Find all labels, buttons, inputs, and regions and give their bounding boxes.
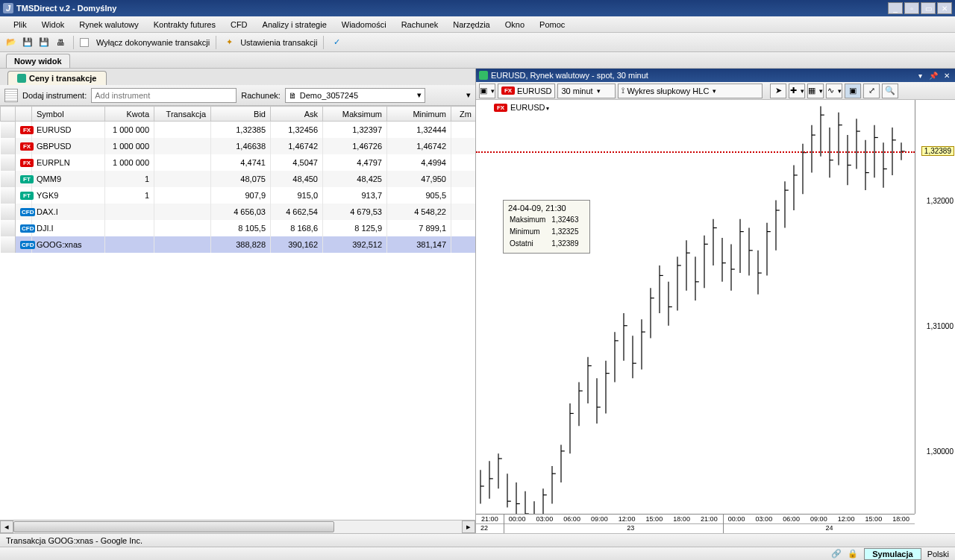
menu-wiadomości[interactable]: Wiadomości <box>334 19 394 31</box>
cfd-badge-icon: CFD <box>20 241 35 249</box>
print-icon[interactable]: 🖶 <box>54 36 67 49</box>
x-tick-label: 03:00 <box>536 515 554 523</box>
saveas-icon[interactable]: 💾 <box>37 36 51 49</box>
x-tick-label: 00:00 <box>509 515 526 523</box>
table-row[interactable]: FXGBPUSD1 000 0001,466381,467421,467261,… <box>1 138 476 154</box>
expand-icon[interactable]: ⤢ <box>863 84 880 98</box>
lock-icon[interactable]: 🔒 <box>848 549 858 559</box>
column-header[interactable]: Symbol <box>32 107 105 122</box>
separator <box>216 36 216 49</box>
menu-rachunek[interactable]: Rachunek <box>394 19 446 31</box>
account-select[interactable]: 🗎 Demo_3057245 ▾ <box>285 88 425 103</box>
x-axis: 21:0000:0003:0006:0009:0012:0015:0018:00… <box>476 514 915 533</box>
column-header[interactable] <box>1 107 16 122</box>
x-tick-label: 09:00 <box>591 515 608 523</box>
column-header[interactable]: Kwota <box>105 107 154 122</box>
chart-nav-button[interactable]: ▣ <box>479 84 495 98</box>
window-title: TMSDirect v.2 - Domyślny <box>16 4 888 13</box>
disable-trading-checkbox[interactable] <box>80 38 89 47</box>
menu-kontrakty-futures[interactable]: Kontrakty futures <box>146 19 223 31</box>
table-row[interactable]: CFDDAX.I4 656,034 662,544 679,534 548,22 <box>1 204 476 220</box>
column-header[interactable]: Bid <box>211 107 271 122</box>
chart-close-icon[interactable]: ✕ <box>942 71 952 80</box>
fx-badge-icon: FX <box>20 142 34 151</box>
check-icon[interactable]: ✓ <box>330 36 343 49</box>
chart-pin-icon[interactable]: 📌 <box>928 71 939 80</box>
maximize-button[interactable]: ▭ <box>921 2 936 14</box>
legend-symbol[interactable]: EURUSD <box>510 103 549 112</box>
menu-pomoc[interactable]: Pomoc <box>532 19 572 31</box>
table-row[interactable]: CFDDJI.I8 105,58 168,68 125,97 899,1 <box>1 220 476 236</box>
crosshair-icon[interactable]: ✚ <box>789 84 805 98</box>
account-value: Demo_3057245 <box>300 91 417 100</box>
menu-analizy-i-strategie[interactable]: Analizy i strategie <box>255 19 334 31</box>
status-text: Transakcja GOOG:xnas - Google Inc. <box>6 536 143 545</box>
menu-narzędzia[interactable]: Narzędzia <box>445 19 498 31</box>
column-header[interactable]: Minimum <box>387 107 451 122</box>
symbol-select[interactable]: FXEURUSD <box>498 84 555 98</box>
panel-menu-icon[interactable]: ▾ <box>466 90 471 100</box>
boxed-view-icon[interactable]: ▣ <box>845 84 861 98</box>
menu-okno[interactable]: Okno <box>498 19 532 31</box>
tab-nowy-widok[interactable]: Nowy widok <box>6 54 70 68</box>
table-row[interactable]: FXEURUSD1 000 0001,323851,324561,323971,… <box>1 122 476 138</box>
x-tick-label: 06:00 <box>563 515 580 523</box>
panel-tab-ceny[interactable]: Ceny i transakcje <box>7 71 107 85</box>
table-row[interactable]: CFDGOOG:xnas388,828390,162392,512381,147 <box>1 236 476 253</box>
link-icon[interactable]: 🔗 <box>831 549 842 559</box>
column-header[interactable]: Transakcja <box>154 107 211 122</box>
menu-rynek-walutowy[interactable]: Rynek walutowy <box>72 19 145 31</box>
account-label: Rachunek: <box>241 91 281 100</box>
grid-icon[interactable]: ▦ <box>807 84 824 98</box>
column-header[interactable] <box>16 107 32 122</box>
indicator-icon[interactable]: ∿ <box>826 84 842 98</box>
x-tick-label: 15:00 <box>865 515 883 523</box>
x-day-label: 22 <box>480 524 488 532</box>
close-button[interactable]: ✕ <box>937 2 952 14</box>
x-tick-label: 18:00 <box>673 515 690 523</box>
column-header[interactable]: Zm <box>451 107 476 122</box>
column-header[interactable]: Maksimum <box>323 107 387 122</box>
current-price-line <box>476 151 915 153</box>
status-bar-panel: Transakcja GOOG:xnas - Google Inc. <box>0 533 955 547</box>
instruments-table: SymbolKwotaTransakcjaBidAskMaksimumMinim… <box>0 106 475 520</box>
table-row[interactable]: FTQMM9148,07548,45048,42547,950 <box>1 171 476 187</box>
settings-label[interactable]: Ustawienia transakcji <box>240 38 317 47</box>
simulation-badge[interactable]: Symulacja <box>864 548 921 560</box>
minimize-button[interactable]: _ <box>888 2 903 14</box>
current-price-tag: 1,32389 <box>921 146 954 156</box>
fx-badge-icon: FX <box>20 126 34 134</box>
chart-type-select[interactable]: ⟟Wykres słupkowy HLC <box>618 84 763 98</box>
app-icon: J <box>3 3 13 13</box>
chart-menu-icon[interactable]: ▾ <box>915 71 925 80</box>
menu-cfd[interactable]: CFD <box>223 19 255 31</box>
scroll-left-arrow[interactable]: ◂ <box>0 520 13 533</box>
menu-widok[interactable]: Widok <box>34 19 72 31</box>
chart-legend[interactable]: FX EURUSD <box>494 103 549 112</box>
open-icon[interactable]: 📂 <box>4 36 18 49</box>
language-label[interactable]: Polski <box>927 550 949 559</box>
cfd-badge-icon: CFD <box>20 224 35 233</box>
restore-button[interactable]: ▫ <box>904 2 919 14</box>
ft-badge-icon: FT <box>20 175 34 183</box>
x-tick-label: 12:00 <box>619 515 636 523</box>
pointer-tool-icon[interactable]: ➤ <box>770 84 786 98</box>
x-tick-label: 12:00 <box>838 515 855 523</box>
x-tick-label: 00:00 <box>728 515 745 523</box>
horizontal-scrollbar[interactable]: ◂ ▸ <box>0 520 475 533</box>
column-header[interactable]: Ask <box>271 107 323 122</box>
scroll-thumb[interactable] <box>13 521 334 532</box>
fx-badge-icon: FX <box>20 159 34 167</box>
add-instrument-input[interactable] <box>91 88 237 103</box>
zoom-icon[interactable]: 🔍 <box>882 84 898 98</box>
x-tick-label: 03:00 <box>756 515 773 523</box>
grid-icon[interactable] <box>4 89 18 102</box>
menu-plik[interactable]: Plik <box>6 19 34 31</box>
table-row[interactable]: FTYGK91907,9915,0913,7905,5 <box>1 187 476 204</box>
table-row[interactable]: FXEURPLN1 000 0004,47414,50474,47974,499… <box>1 154 476 171</box>
settings-icon[interactable]: ✦ <box>222 36 236 49</box>
scroll-right-arrow[interactable]: ▸ <box>462 520 475 533</box>
interval-select[interactable]: 30 minut <box>557 84 616 98</box>
save-icon[interactable]: 💾 <box>21 36 34 49</box>
chart-area[interactable]: FX EURUSD 24-04-09, 21:30 Maksimum1,3246… <box>476 100 955 533</box>
